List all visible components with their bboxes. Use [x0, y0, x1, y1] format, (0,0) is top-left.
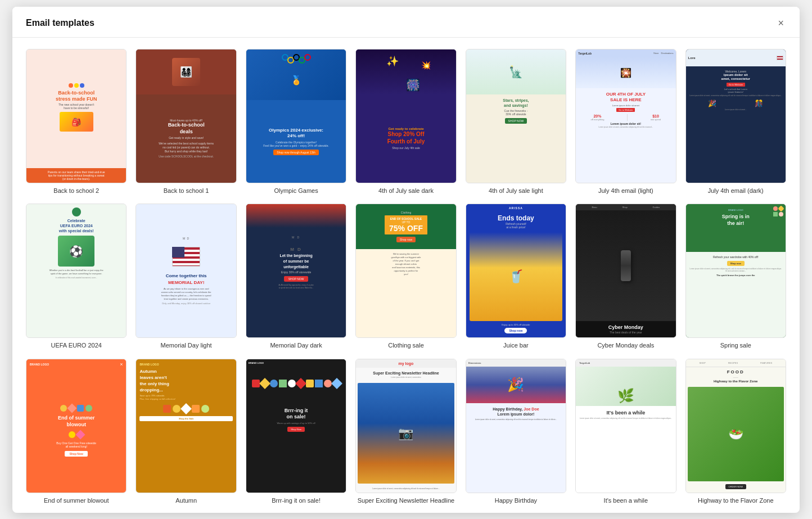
template-july-sale-light[interactable]: 🗽 Stars, stripes,and savings! Cue the fi… — [466, 49, 566, 195]
template-preview: ✨ 💥 🎆 Get ready to celebrate Shop 20% Of… — [355, 49, 456, 183]
template-name: Back to school 1 — [136, 187, 236, 195]
template-cyber-monday[interactable]: Beau Shop Guides Cyber Monday The best d… — [575, 204, 676, 350]
template-memorial-day-light[interactable]: M D Come together thisMEMORIAL DAY! As w… — [136, 204, 236, 350]
template-autumn[interactable]: BRAND LOGO Autumnleaves aren'tthe only t… — [136, 359, 236, 505]
template-preview: CelebrateUEFA EURO 2024with special deal… — [26, 204, 127, 338]
template-july-email-dark[interactable]: Lore Welcome, Lorem ipsum dolor sitamet,… — [685, 49, 786, 195]
template-back-to-school-1[interactable]: 👨‍👩‍👧‍👦 Must-haves up to 40% off! Back-t… — [136, 49, 236, 195]
template-july-sale-dark[interactable]: ✨ 💥 🎆 Get ready to celebrate Shop 20% Of… — [355, 49, 456, 195]
template-newsletter[interactable]: my logo Super Exciting Newsletter Headli… — [355, 359, 456, 505]
template-name: Back to school 2 — [26, 187, 127, 195]
template-name: Juice bar — [466, 341, 566, 349]
template-been-while[interactable]: TargetLab 🌿 It's been a while Lorem ipsu… — [575, 359, 676, 505]
template-preview: Lore Welcome, Lorem ipsum dolor sitamet,… — [685, 49, 786, 183]
template-preview: ARISSA Ends today Refresh yourselfat a f… — [466, 204, 566, 338]
template-name: Memorial Day dark — [246, 341, 346, 349]
template-preview: SHOP RECIPES FEATURES FOOD ——— Highway t… — [685, 359, 786, 493]
template-name: Olympic Games — [246, 187, 346, 195]
template-name: It's been a while — [575, 497, 676, 504]
template-name: Super Exciting Newsletter Headline — [355, 497, 456, 504]
template-name: UEFA EURO 2024 — [26, 341, 127, 349]
template-juice-bar[interactable]: ARISSA Ends today Refresh yourselfat a f… — [466, 204, 566, 350]
template-birthday[interactable]: Dimensions 🎉 Happy Birthday, Joe DoeLore… — [466, 359, 566, 505]
template-preview: 🏅 Olympics 2024 exclusive:24% off! Celeb… — [246, 49, 346, 183]
modal-header: Email templates × — [12, 7, 800, 38]
template-name: Cyber Monday deals — [575, 341, 676, 349]
template-preview: M D Come together thisMEMORIAL DAY! As w… — [136, 204, 236, 338]
template-preview: TargetLab StoreDestinations 🎇 OUR 4TH OF… — [575, 49, 676, 183]
template-preview: my logo Super Exciting Newsletter Headli… — [355, 359, 456, 493]
template-name: 4th of July sale light — [466, 187, 566, 195]
template-name: Highway to the Flavor Zone — [685, 497, 786, 504]
template-name: Spring sale — [685, 341, 786, 349]
template-food[interactable]: SHOP RECIPES FEATURES FOOD ——— Highway t… — [685, 359, 786, 505]
template-brrr[interactable]: BRAND LOGO — [246, 359, 346, 505]
template-back-to-school-2[interactable]: Back-to-schoolstress made FUN The new sc… — [26, 49, 127, 195]
template-name: July 4th email (light) — [575, 187, 676, 195]
template-name: 4th of July sale dark — [355, 187, 456, 195]
template-olympic-games[interactable]: 🏅 Olympics 2024 exclusive:24% off! Celeb… — [246, 49, 346, 195]
template-end-of-summer[interactable]: BRAND LOGO × End of summerblowout — [26, 359, 127, 505]
modal-title: Email templates — [26, 18, 94, 28]
template-spring-sale[interactable]: BRAND LOGO Spring is inthe air! — [685, 204, 786, 350]
templates-grid: Back-to-schoolstress made FUN The new sc… — [12, 38, 800, 513]
template-preview: Dimensions 🎉 Happy Birthday, Joe DoeLore… — [466, 359, 566, 493]
template-name: July 4th email (dark) — [685, 187, 786, 195]
template-preview: BRAND LOGO × End of summerblowout — [26, 359, 127, 493]
template-preview: 👨‍👩‍👧‍👦 Must-haves up to 40% off! Back-t… — [136, 49, 236, 183]
template-preview: Back-to-schoolstress made FUN The new sc… — [26, 49, 127, 183]
template-preview: BRAND LOGO — [246, 359, 346, 493]
template-july-email-light[interactable]: TargetLab StoreDestinations 🎇 OUR 4TH OF… — [575, 49, 676, 195]
template-preview: BRAND LOGO Spring is inthe air! — [685, 204, 786, 338]
template-preview: BRAND LOGO Autumnleaves aren'tthe only t… — [136, 359, 236, 493]
template-uefa[interactable]: CelebrateUEFA EURO 2024with special deal… — [26, 204, 127, 350]
template-name: Brrr-ing it on sale! — [246, 497, 346, 504]
template-preview: Beau Shop Guides Cyber Monday The best d… — [575, 204, 676, 338]
template-preview: M D M D Let the beginningof summer beunf… — [246, 204, 346, 338]
email-templates-modal: Email templates × Back-to-schoolstress m… — [12, 7, 800, 513]
template-name: Clothing sale — [355, 341, 456, 349]
template-preview: 🗽 Stars, stripes,and savings! Cue the fi… — [466, 49, 566, 183]
template-name: End of summer blowout — [26, 497, 127, 504]
template-clothing-sale[interactable]: Clothing END OF SCHOOL SALE UP TO 75% OF… — [355, 204, 456, 350]
template-name: Memorial Day light — [136, 341, 236, 349]
template-name: Happy Birthday — [466, 497, 566, 504]
template-memorial-day-dark[interactable]: M D M D Let the beginningof summer beunf… — [246, 204, 346, 350]
template-preview: Clothing END OF SCHOOL SALE UP TO 75% OF… — [355, 204, 456, 338]
close-button[interactable]: × — [775, 16, 786, 30]
template-name: Autumn — [136, 497, 236, 504]
template-preview: TargetLab 🌿 It's been a while Lorem ipsu… — [575, 359, 676, 493]
